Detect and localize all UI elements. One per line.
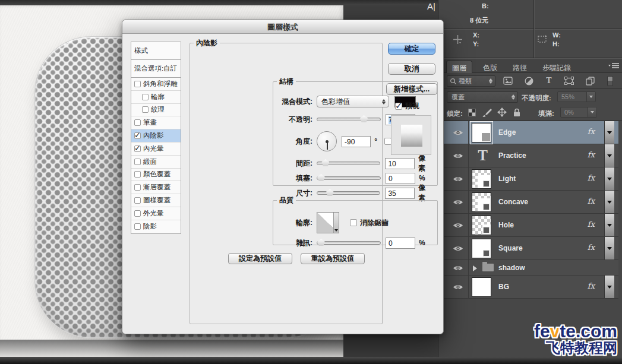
- contour-picker[interactable]: [317, 212, 339, 233]
- slider-thumb[interactable]: [360, 115, 368, 122]
- new-style-button[interactable]: 新增樣式...: [386, 83, 437, 95]
- lock-transparency-icon[interactable]: [468, 109, 476, 116]
- layer-name[interactable]: Hole: [498, 221, 514, 229]
- distance-input[interactable]: 10: [385, 158, 415, 169]
- fx-expand-button[interactable]: [604, 144, 614, 167]
- filter-pixel-layers-icon[interactable]: [503, 76, 513, 86]
- style-list-item-gradient-overlay[interactable]: 漸層覆蓋: [131, 181, 181, 194]
- layer-thumbnail[interactable]: [472, 277, 491, 297]
- ok-button[interactable]: 確定: [388, 43, 435, 55]
- checkbox-icon[interactable]: [142, 106, 149, 113]
- layer-name[interactable]: BG: [498, 283, 509, 291]
- checkbox-icon[interactable]: [134, 81, 141, 87]
- set-as-default-button[interactable]: 設定為預設值: [228, 253, 292, 264]
- fx-expand-button[interactable]: [604, 121, 614, 144]
- noise-slider[interactable]: [317, 241, 381, 245]
- blend-mode-dropdown[interactable]: 覆蓋: [447, 91, 518, 103]
- fill-value-dropdown[interactable]: 0%: [560, 107, 597, 118]
- choke-input[interactable]: 0: [386, 173, 415, 184]
- distance-slider[interactable]: [317, 162, 380, 165]
- checkbox-icon[interactable]: [134, 171, 141, 178]
- opacity-slider[interactable]: [317, 118, 381, 121]
- filtering-toggle-switch[interactable]: [607, 76, 613, 86]
- style-list-item-bevel-emboss[interactable]: 斜角和浮雕: [131, 78, 181, 91]
- checkbox-icon[interactable]: [134, 159, 141, 165]
- filter-adjustment-layers-icon[interactable]: [523, 76, 534, 86]
- style-list-item-contour[interactable]: 輪廓: [131, 91, 181, 104]
- layer-name[interactable]: Edge: [498, 128, 516, 137]
- checkbox-icon[interactable]: [134, 210, 141, 217]
- visibility-toggle[interactable]: [447, 167, 469, 190]
- style-list-item-color-overlay[interactable]: 顏色覆蓋: [131, 169, 181, 182]
- filter-kind-dropdown[interactable]: 種類: [447, 75, 495, 87]
- checkbox-icon[interactable]: [134, 119, 141, 126]
- layer-thumbnail[interactable]: [472, 239, 491, 258]
- noise-input[interactable]: 0: [386, 238, 415, 249]
- layer-thumbnail[interactable]: [472, 216, 491, 235]
- layer-row-bg[interactable]: BG fx: [438, 276, 618, 299]
- layer-row-practice[interactable]: T Practice fx: [438, 144, 618, 167]
- layer-name[interactable]: Square: [498, 244, 523, 252]
- slider-thumb[interactable]: [317, 174, 325, 181]
- tab-paths[interactable]: 路徑: [507, 61, 532, 73]
- style-list-item-blending-options[interactable]: 混合選項:自訂: [131, 60, 181, 78]
- anti-alias-checkbox[interactable]: [350, 219, 357, 226]
- visibility-toggle[interactable]: [447, 191, 469, 213]
- style-list-item-stroke[interactable]: 筆畫: [131, 116, 181, 129]
- preview-checkbox-row[interactable]: 預視: [395, 101, 419, 111]
- checkbox-icon[interactable]: [134, 132, 141, 139]
- visibility-toggle[interactable]: [447, 144, 469, 167]
- checkbox-icon[interactable]: [142, 94, 149, 100]
- layer-name[interactable]: Light: [498, 175, 516, 183]
- checkbox-icon[interactable]: [134, 184, 141, 191]
- visibility-toggle[interactable]: [447, 121, 469, 144]
- chevron-down-icon[interactable]: [333, 213, 339, 233]
- layer-name[interactable]: Practice: [498, 151, 526, 160]
- visibility-toggle[interactable]: [447, 260, 469, 276]
- layer-row-hole[interactable]: Hole fx: [438, 214, 618, 237]
- layer-row-edge[interactable]: Edge fx: [438, 121, 618, 144]
- fx-expand-button[interactable]: [604, 167, 614, 190]
- lock-pixels-brush-icon[interactable]: [482, 108, 492, 117]
- size-slider[interactable]: [317, 191, 380, 195]
- checkbox-icon[interactable]: [134, 197, 141, 204]
- style-list-item-satin[interactable]: 緞面: [131, 156, 181, 169]
- opacity-value-dropdown[interactable]: 55%: [557, 91, 596, 102]
- angle-dial[interactable]: [317, 131, 337, 151]
- visibility-toggle[interactable]: [447, 214, 469, 236]
- style-list-item-drop-shadow[interactable]: 陰影: [131, 220, 181, 233]
- checkbox-icon[interactable]: [134, 145, 141, 152]
- reset-to-default-button[interactable]: 重設為預設值: [301, 253, 365, 264]
- tab-history[interactable]: 步驟記錄: [537, 61, 576, 73]
- choke-slider[interactable]: [317, 176, 381, 180]
- filter-type-layers-icon[interactable]: T: [544, 76, 554, 86]
- fx-expand-button[interactable]: [604, 191, 614, 213]
- cancel-button[interactable]: 取消: [388, 63, 435, 75]
- layer-thumbnail[interactable]: [472, 169, 491, 189]
- filter-shape-layers-icon[interactable]: [564, 76, 574, 86]
- panel-menu-icon[interactable]: [608, 63, 619, 69]
- filter-smart-objects-icon[interactable]: [585, 76, 595, 86]
- dialog-titlebar[interactable]: 圖層樣式: [122, 20, 443, 34]
- tab-layers[interactable]: 圖層: [446, 61, 472, 73]
- style-list-item-outer-glow[interactable]: 外光暈: [131, 207, 181, 220]
- preview-checkbox[interactable]: [395, 103, 402, 110]
- layer-name[interactable]: Concave: [498, 198, 528, 206]
- fx-expand-button[interactable]: [604, 237, 614, 259]
- layer-row-concave[interactable]: Concave fx: [438, 191, 618, 214]
- group-expand-icon[interactable]: [473, 265, 477, 271]
- layer-row-light[interactable]: Light fx: [438, 167, 618, 191]
- fx-expand-button[interactable]: [604, 214, 614, 236]
- layer-group-row-shadow[interactable]: shadow: [438, 260, 618, 276]
- visibility-toggle[interactable]: [447, 237, 469, 259]
- layer-row-square[interactable]: Square fx: [438, 237, 618, 260]
- tab-channels[interactable]: 色版: [478, 61, 503, 73]
- lock-position-icon[interactable]: [497, 107, 507, 117]
- slider-thumb[interactable]: [321, 159, 329, 166]
- lock-all-icon[interactable]: [513, 108, 520, 117]
- style-list-item-pattern-overlay[interactable]: 圖樣覆蓋: [131, 194, 181, 207]
- style-list-item-inner-glow[interactable]: 內光暈: [131, 143, 181, 156]
- style-list-item-styles[interactable]: 樣式: [131, 42, 181, 60]
- checkbox-icon[interactable]: [134, 223, 141, 230]
- angle-input[interactable]: -90: [342, 136, 371, 147]
